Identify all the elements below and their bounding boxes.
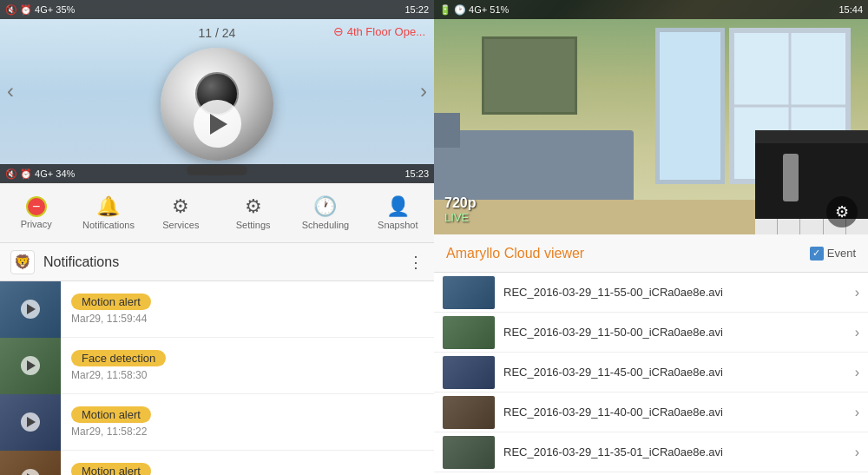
- camera-name: ⊖ 4th Floor Ope...: [333, 24, 425, 38]
- alert-badge: Motion alert: [71, 463, 151, 475]
- toolbar-services[interactable]: ⚙ Services: [155, 195, 207, 230]
- status-time-mid: 15:23: [404, 168, 429, 179]
- alert-badge: Motion alert: [71, 406, 151, 423]
- window-left: [655, 28, 725, 184]
- play-icon: [27, 417, 36, 427]
- list-item[interactable]: Motion alert Mar29, 11:58:22: [0, 394, 434, 451]
- notification-content-3: Motion alert Mar29, 11:58:22: [61, 401, 161, 443]
- list-item[interactable]: REC_2016-03-29_11-45-00_iCRa0ae8e.avi ›: [434, 353, 868, 393]
- list-item[interactable]: Motion alert Mar29, 11:57:00: [0, 451, 434, 475]
- notification-thumbnail-4: [0, 451, 61, 476]
- chevron-right-icon: ›: [855, 445, 859, 460]
- alert-badge: Face detection: [71, 350, 166, 366]
- notifications-icon: 🔔: [96, 195, 120, 218]
- event-filter[interactable]: ✓ Event: [810, 247, 856, 261]
- sofa: [434, 130, 634, 200]
- piano-key: [755, 219, 778, 234]
- camera-ball: [161, 48, 273, 161]
- privacy-icon: [26, 196, 47, 217]
- notifications-title: Notifications: [43, 254, 399, 270]
- recordings-list: REC_2016-03-29_11-55-00_iCRa0ae8e.avi › …: [434, 273, 868, 475]
- next-camera-button[interactable]: ›: [420, 79, 427, 103]
- chevron-right-icon: ›: [855, 285, 859, 300]
- list-item[interactable]: REC_2016-03-29_11-50-00_iCRa0ae8e.avi ›: [434, 313, 868, 353]
- notification-time: Mar29, 11:58:22: [71, 426, 151, 438]
- list-item[interactable]: REC_2016-03-29_11-35-01_iCRa0ae8e.avi ›: [434, 432, 868, 472]
- services-icon: ⚙: [172, 195, 189, 218]
- piano-key: [778, 219, 800, 234]
- toolbar-notifications[interactable]: 🔔 Notifications: [82, 195, 135, 230]
- toolbar-scheduling[interactable]: 🕐 Scheduling: [299, 195, 352, 230]
- settings-icon: ⚙: [245, 195, 262, 218]
- recording-thumbnail-1: [443, 276, 495, 309]
- chevron-right-icon: ›: [855, 365, 859, 380]
- privacy-label: Privacy: [21, 219, 52, 229]
- services-label: Services: [162, 220, 199, 230]
- toolbar-settings[interactable]: ⚙ Settings: [227, 195, 279, 230]
- status-icons-mid: 🔇 ⏰ 4G+ 34%: [5, 168, 75, 180]
- window-divider-h: [734, 105, 845, 108]
- cloud-header: Amaryllo Cloud viewer ✓ Event: [434, 234, 868, 273]
- room-scene: [434, 19, 868, 234]
- recording-name: REC_2016-03-29_11-35-01_iCRa0ae8e.avi: [503, 445, 846, 459]
- status-time-right: 15:44: [838, 4, 863, 15]
- sofa-arm: [434, 113, 460, 148]
- cloud-viewer: Amaryllo Cloud viewer ✓ Event REC_2016-0…: [434, 234, 868, 475]
- play-icon: [27, 360, 36, 371]
- notification-content-1: Motion alert Mar29, 11:59:44: [61, 288, 161, 330]
- snapshot-icon: 👤: [386, 195, 410, 218]
- thumb-play-icon: [21, 356, 40, 375]
- notification-thumbnail-3: [0, 394, 61, 451]
- recording-name: REC_2016-03-29_11-55-00_iCRa0ae8e.avi: [503, 286, 846, 299]
- thumb-play-icon: [21, 412, 40, 432]
- notification-thumbnail-2: [0, 338, 61, 394]
- play-icon: [210, 114, 227, 135]
- status-bar-mid: 🔇 ⏰ 4G+ 34% 15:23: [0, 164, 434, 183]
- toolbar-snapshot[interactable]: 👤 Snapshot: [372, 195, 424, 230]
- cloud-title: Amaryllo Cloud viewer: [446, 246, 584, 261]
- notifications-header: 🦁 Notifications ⋮: [0, 243, 434, 281]
- recording-thumbnail-4: [443, 396, 495, 429]
- notification-content-4: Motion alert Mar29, 11:57:00: [61, 458, 161, 475]
- app-logo: 🦁: [10, 250, 35, 274]
- play-button[interactable]: [194, 100, 241, 148]
- list-item[interactable]: REC_2016-03-29_11-55-00_iCRa0ae8e.avi ›: [434, 273, 868, 313]
- piano-key: [800, 219, 823, 234]
- live-badge: 720p LIVE: [444, 195, 476, 224]
- play-icon: [27, 304, 36, 314]
- status-icons-left: 🔇 ⏰ 4G+ 35%: [5, 4, 75, 16]
- scheduling-label: Scheduling: [302, 220, 349, 230]
- recording-name: REC_2016-03-29_11-45-00_iCRa0ae8e.avi: [503, 366, 846, 379]
- toolbar-privacy[interactable]: Privacy: [10, 196, 62, 229]
- thumb-play-icon: [21, 300, 40, 319]
- left-panel: 🔇 ⏰ 4G+ 35% 15:22 11 / 24 ⊖ 4th Floor Op…: [0, 0, 434, 475]
- status-time-left: 15:22: [404, 4, 429, 15]
- list-item[interactable]: Motion alert Mar29, 11:59:44: [0, 281, 434, 338]
- notification-time: Mar29, 11:59:44: [71, 313, 151, 325]
- notifications-menu-button[interactable]: ⋮: [408, 253, 424, 272]
- status-icons-right: 🔋 🕑 4G+ 51%: [439, 4, 509, 16]
- recording-name: REC_2016-03-29_11-40-00_iCRa0ae8e.avi: [503, 406, 846, 419]
- list-item[interactable]: Face detection Mar29, 11:58:30: [0, 338, 434, 394]
- recording-thumbnail-5: [443, 436, 495, 469]
- notifications-panel: 🦁 Notifications ⋮ Motion alert Mar29, 11…: [0, 243, 434, 475]
- settings-button[interactable]: ⚙: [826, 196, 858, 228]
- chevron-right-icon: ›: [855, 325, 859, 340]
- notification-content-2: Face detection Mar29, 11:58:30: [61, 345, 176, 386]
- snapshot-label: Snapshot: [378, 220, 418, 230]
- notification-time: Mar29, 11:58:30: [71, 369, 166, 381]
- live-camera: 🔋 🕑 4G+ 51% 15:44: [434, 0, 868, 234]
- camera-view: 🔇 ⏰ 4G+ 35% 15:22 11 / 24 ⊖ 4th Floor Op…: [0, 0, 434, 182]
- alert-badge: Motion alert: [71, 294, 151, 310]
- recording-thumbnail-2: [443, 316, 495, 349]
- recording-name: REC_2016-03-29_11-50-00_iCRa0ae8e.avi: [503, 326, 846, 339]
- live-status: LIVE: [444, 211, 476, 224]
- notification-thumbnail-1: [0, 281, 61, 338]
- event-label: Event: [827, 247, 856, 260]
- list-item[interactable]: REC_2016-03-29_11-40-00_iCRa0ae8e.avi ›: [434, 393, 868, 432]
- status-bar-left: 🔇 ⏰ 4G+ 35% 15:22: [0, 0, 434, 19]
- live-resolution: 720p: [444, 195, 476, 211]
- right-panel: 🔋 🕑 4G+ 51% 15:44: [434, 0, 868, 475]
- prev-camera-button[interactable]: ‹: [7, 79, 14, 103]
- wall-decor: [482, 36, 577, 115]
